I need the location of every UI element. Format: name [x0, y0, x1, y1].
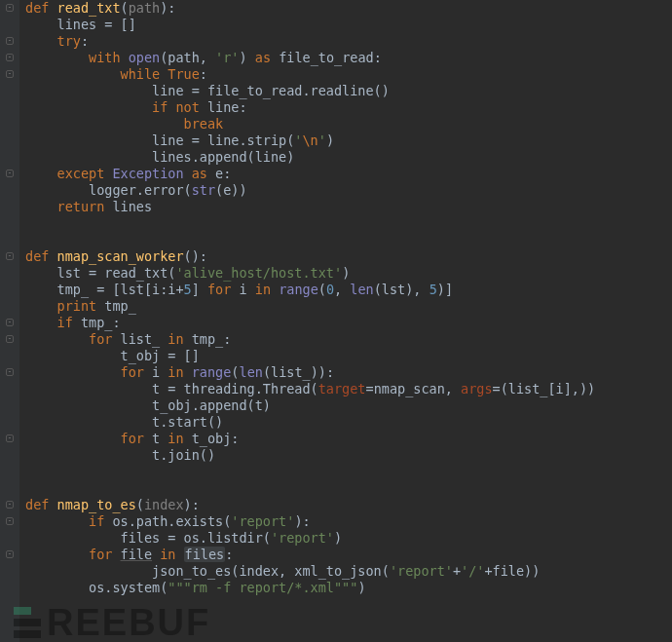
code-line[interactable]: if os.path.exists('report'): [25, 513, 595, 530]
fold-marker-icon[interactable]: - [6, 37, 14, 45]
fold-marker-icon[interactable]: - [6, 434, 14, 442]
code-line[interactable] [25, 464, 595, 480]
code-line[interactable]: lines = [] [25, 17, 595, 33]
code-line[interactable] [25, 596, 595, 613]
fold-marker-icon[interactable]: - [6, 550, 14, 558]
code-line[interactable]: files = os.listdir('report') [25, 530, 595, 547]
fold-marker-icon[interactable]: - [6, 517, 14, 525]
fold-marker-icon[interactable]: - [6, 70, 14, 78]
code-line[interactable]: t_obj.append(t) [25, 397, 595, 414]
code-line[interactable]: with open(path, 'r') as file_to_read: [25, 50, 595, 66]
code-line[interactable]: break [25, 116, 595, 132]
code-line[interactable]: t_obj = [] [25, 348, 595, 364]
code-line[interactable]: try: [25, 33, 595, 50]
code-line[interactable]: lines.append(line) [25, 149, 595, 166]
code-line[interactable]: logger.error(str(e)) [25, 182, 595, 199]
code-line[interactable]: for file in files: [25, 547, 595, 563]
code-line[interactable]: def nmap_to_es(index): [25, 497, 595, 513]
code-line[interactable]: line = line.strip('\n') [25, 132, 595, 149]
code-line[interactable] [25, 215, 595, 232]
code-line[interactable]: tmp_ = [lst[i:i+5] for i in range(0, len… [25, 282, 595, 298]
code-line[interactable] [25, 480, 595, 497]
code-line[interactable]: if tmp_: [25, 315, 595, 331]
code-editor-content[interactable]: def read_txt(path): lines = [] try: with… [25, 0, 595, 613]
code-line[interactable]: while True: [25, 66, 595, 83]
code-line[interactable]: except Exception as e: [25, 166, 595, 182]
fold-marker-icon[interactable]: - [6, 4, 14, 12]
code-line[interactable]: if not line: [25, 99, 595, 116]
fold-marker-icon[interactable]: - [6, 501, 14, 509]
fold-marker-icon[interactable]: - [6, 368, 14, 376]
fold-marker-icon[interactable]: - [6, 170, 14, 177]
fold-marker-icon[interactable]: - [6, 335, 14, 343]
code-line[interactable]: print tmp_ [25, 298, 595, 315]
code-line[interactable]: def read_txt(path): [25, 0, 595, 17]
code-line[interactable]: t.start() [25, 414, 595, 431]
fold-marker-icon[interactable]: - [6, 319, 14, 326]
code-line[interactable]: line = file_to_read.readline() [25, 83, 595, 99]
code-line[interactable]: for list_ in tmp_: [25, 331, 595, 348]
editor-gutter: ------------- [0, 0, 19, 642]
code-line[interactable]: t = threading.Thread(target=nmap_scan, a… [25, 381, 595, 397]
code-line[interactable]: for t in t_obj: [25, 431, 595, 447]
code-line[interactable]: def nmap_scan_worker(): [25, 248, 595, 265]
watermark-text: REEBUF [47, 615, 210, 631]
fold-marker-icon[interactable]: - [6, 54, 14, 61]
code-line[interactable]: t.join() [25, 447, 595, 464]
fold-marker-icon[interactable]: - [6, 252, 14, 260]
code-line[interactable]: lst = read_txt('alive_host/host.txt') [25, 265, 595, 282]
code-line[interactable] [25, 232, 595, 248]
code-line[interactable]: os.system("""rm -f report/*.xml""") [25, 580, 595, 596]
code-line[interactable]: return lines [25, 199, 595, 215]
code-line[interactable]: for i in range(len(list_)): [25, 364, 595, 381]
code-line[interactable]: json_to_es(index, xml_to_json('report'+'… [25, 563, 595, 580]
